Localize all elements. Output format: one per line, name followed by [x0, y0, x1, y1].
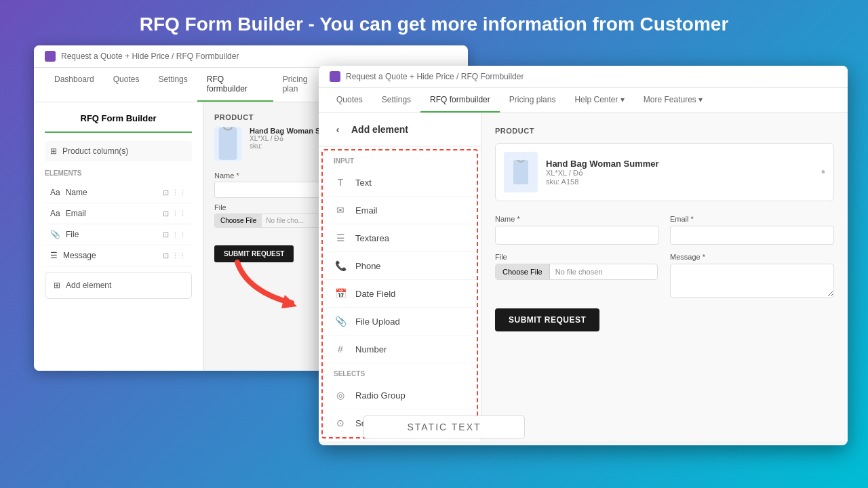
red-arrow	[224, 242, 305, 326]
bg-file-copy-icon[interactable]: ⊡	[163, 230, 169, 239]
name-group: Name *	[495, 215, 659, 245]
bg-product-col-icon: ⊞	[50, 146, 57, 156]
fg-breadcrumb: Request a Quote + Hide Price / RFQ Formb…	[346, 72, 524, 81]
fg-tab-quotes[interactable]: Quotes	[327, 88, 372, 113]
bg-tab-dashboard[interactable]: Dashboard	[45, 68, 104, 102]
panel-item-radio[interactable]: ◎ Radio Group	[323, 382, 477, 409]
bg-breadcrumb: Request a Quote + Hide Price / RFQ Formb…	[61, 52, 239, 61]
name-field-label: Name *	[495, 215, 659, 223]
bg-sidebar-title: RFQ Form Builder	[45, 113, 192, 133]
panel-item-text[interactable]: T Text	[323, 169, 477, 197]
bg-element-file[interactable]: 📎 File ⊡ ⋮⋮	[45, 224, 192, 245]
panel-item-phone[interactable]: 📞 Phone	[323, 252, 477, 280]
page-title: RFQ Form Builder - You can get more info…	[0, 0, 868, 45]
bg-message-copy-icon[interactable]: ⊡	[163, 251, 169, 260]
bg-message-drag-icon[interactable]: ⋮⋮	[172, 251, 186, 260]
bg-name-label: Name	[66, 188, 87, 197]
date-label: Date Field	[355, 289, 395, 299]
email-label: Email	[355, 205, 378, 216]
number-label: Number	[355, 344, 387, 354]
bg-element-name[interactable]: Aa Name ⊡ ⋮⋮	[45, 182, 192, 203]
bg-elements-label: ELEMENTS	[45, 169, 192, 177]
svg-marker-1	[281, 295, 297, 308]
bg-sidebar: RFQ Form Builder ⊞ Product column(s) ELE…	[34, 102, 203, 371]
number-icon: #	[334, 342, 347, 356]
bg-add-element-icon: ⊞	[54, 281, 60, 290]
text-icon: T	[334, 176, 347, 189]
preview-product-info: Hand Bag Woman Summer XL*XL / Đỏ sku: A1…	[546, 159, 659, 186]
bg-name-icon: Aa	[50, 188, 60, 197]
bg-choose-file-btn[interactable]: Choose File	[215, 214, 262, 227]
fg-window-bar: Request a Quote + Hide Price / RFQ Formb…	[319, 66, 848, 88]
message-field-label: Message *	[670, 253, 834, 261]
name-field-input[interactable]	[495, 226, 659, 245]
panel-item-number[interactable]: # Number	[323, 336, 477, 363]
file-message-row: File Choose File No file chosen Message …	[495, 253, 834, 300]
panel-item-email[interactable]: ✉ Email	[323, 197, 477, 224]
preview-product-card: Hand Bag Woman Summer XL*XL / Đỏ sku: A1…	[495, 143, 834, 201]
add-element-panel: ‹ Add element INPUT T Text ✉ Email ☰	[319, 113, 481, 441]
bg-file-icon: 📎	[50, 230, 60, 239]
choose-file-btn[interactable]: Choose File	[496, 264, 550, 279]
bg-element-message[interactable]: ☰ Message ⊡ ⋮⋮	[45, 245, 192, 266]
bg-add-element-label: Add element	[66, 281, 111, 290]
panel-title: Add element	[351, 124, 408, 135]
submit-btn[interactable]: SUBMIT REQUEST	[495, 308, 599, 331]
bg-email-copy-icon[interactable]: ⊡	[163, 209, 169, 218]
email-icon: ✉	[334, 203, 347, 217]
fg-window: Request a Quote + Hide Price / RFQ Formb…	[319, 66, 848, 445]
message-group: Message *	[670, 253, 834, 300]
bg-add-element-btn[interactable]: ⊞ Add element	[45, 272, 192, 299]
bg-tab-rfq[interactable]: RFQ formbuilder	[197, 68, 273, 102]
bg-file-label: File	[66, 230, 79, 239]
name-email-row: Name * Email *	[495, 215, 834, 245]
bg-product-col: ⊞ Product column(s)	[45, 141, 192, 161]
fg-tab-rfq[interactable]: RFQ formbuilder	[420, 88, 500, 113]
bg-window-bar: Request a Quote + Hide Price / RFQ Formb…	[34, 45, 468, 68]
file-field-label: File	[495, 253, 659, 261]
bg-name-copy-icon[interactable]: ⊡	[163, 188, 169, 197]
panel-item-textarea[interactable]: ☰ Textarea	[323, 224, 477, 252]
fg-tab-pricing[interactable]: Pricing plans	[500, 88, 566, 113]
fg-tab-settings[interactable]: Settings	[372, 88, 420, 113]
file-input-row: Choose File No file chosen	[495, 264, 658, 280]
bg-name-drag-icon[interactable]: ⋮⋮	[172, 188, 186, 197]
preview-product-img	[504, 152, 538, 192]
date-icon: 📅	[334, 287, 347, 300]
bg-file-row: Choose File No file cho...	[214, 214, 336, 228]
static-text-section: statIC TEXT	[363, 415, 525, 439]
file-name-display: No file chosen	[550, 264, 608, 279]
panel-body: INPUT T Text ✉ Email ☰ Textarea 📞	[321, 149, 478, 439]
bg-file-drag-icon[interactable]: ⋮⋮	[172, 230, 186, 239]
email-field-input[interactable]	[670, 226, 834, 245]
radio-icon: ◎	[334, 388, 347, 402]
bg-tab-quotes[interactable]: Quotes	[104, 68, 149, 102]
text-label: Text	[355, 178, 372, 188]
svg-rect-0	[219, 127, 237, 160]
fg-tab-help[interactable]: Help Center ▾	[565, 88, 633, 113]
fileupload-icon: 📎	[334, 314, 347, 328]
preview-product-name: Hand Bag Woman Summer	[546, 159, 659, 169]
message-field-input[interactable]	[670, 264, 834, 298]
preview-product-variants: XL*XL / Đỏ	[546, 169, 659, 178]
radio-label: Radio Group	[355, 390, 406, 401]
input-section-label: INPUT	[323, 150, 477, 169]
fileupload-label: File Upload	[355, 317, 400, 327]
phone-label: Phone	[355, 261, 381, 271]
svg-rect-2	[513, 160, 528, 184]
preview-form-fields: Name * Email * File	[495, 215, 834, 331]
email-group: Email *	[670, 215, 834, 245]
panel-item-date[interactable]: 📅 Date Field	[323, 280, 477, 308]
bg-email-label: Email	[66, 209, 86, 218]
bg-email-icon: Aa	[50, 209, 60, 218]
panel-header: ‹ Add element	[319, 113, 481, 146]
bg-product-col-label: Product column(s)	[62, 146, 128, 156]
submit-row: SUBMIT REQUEST	[495, 308, 834, 331]
bg-element-email[interactable]: Aa Email ⊡ ⋮⋮	[45, 203, 192, 224]
panel-item-fileupload[interactable]: 📎 File Upload	[323, 308, 477, 336]
email-field-label: Email *	[670, 215, 834, 223]
panel-back-btn[interactable]: ‹	[330, 121, 346, 138]
bg-tab-settings[interactable]: Settings	[149, 68, 197, 102]
bg-email-drag-icon[interactable]: ⋮⋮	[172, 209, 186, 218]
fg-tab-more[interactable]: More Features ▾	[634, 88, 712, 113]
